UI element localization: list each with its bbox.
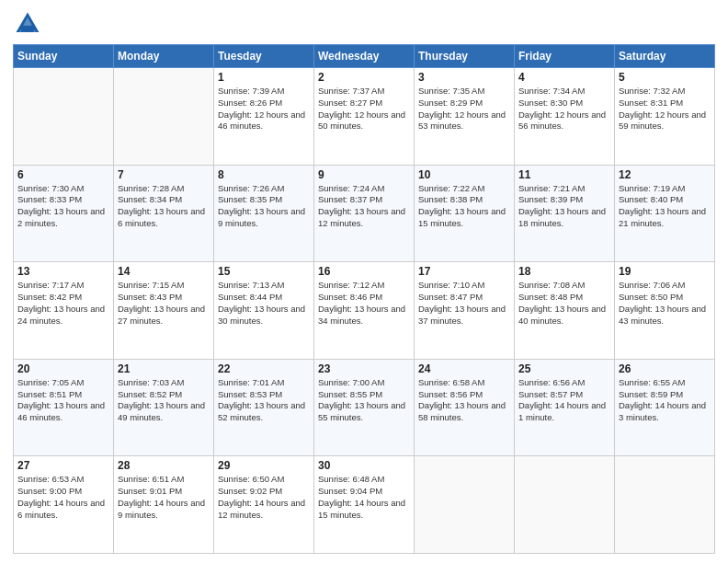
day-info: Sunrise: 6:56 AMSunset: 8:57 PMDaylight:… [518,377,610,424]
day-info: Sunrise: 7:03 AMSunset: 8:52 PMDaylight:… [118,377,210,424]
day-info: Sunrise: 6:50 AMSunset: 9:02 PMDaylight:… [218,474,310,521]
calendar-week-row: 6Sunrise: 7:30 AMSunset: 8:33 PMDaylight… [14,165,715,262]
day-info: Sunrise: 7:05 AMSunset: 8:51 PMDaylight:… [17,377,109,424]
calendar-cell: 13Sunrise: 7:17 AMSunset: 8:42 PMDayligh… [14,262,114,360]
day-info: Sunrise: 7:26 AMSunset: 8:35 PMDaylight:… [218,183,310,230]
header-monday: Monday [114,45,214,68]
day-number: 14 [118,265,210,278]
calendar-cell: 16Sunrise: 7:12 AMSunset: 8:46 PMDayligh… [314,262,415,360]
calendar-cell: 7Sunrise: 7:28 AMSunset: 8:34 PMDaylight… [114,165,214,262]
day-number: 30 [318,459,410,472]
day-info: Sunrise: 7:12 AMSunset: 8:46 PMDaylight:… [318,280,410,327]
day-number: 22 [218,362,310,375]
day-number: 1 [218,71,310,84]
day-number: 2 [318,71,410,84]
calendar-cell: 20Sunrise: 7:05 AMSunset: 8:51 PMDayligh… [14,359,114,456]
day-info: Sunrise: 7:21 AMSunset: 8:39 PMDaylight:… [518,183,610,230]
calendar-cell [415,456,515,554]
header-wednesday: Wednesday [314,45,415,68]
day-number: 21 [118,362,210,375]
day-number: 9 [318,168,410,181]
day-number: 17 [418,265,510,278]
calendar-cell: 2Sunrise: 7:37 AMSunset: 8:27 PMDaylight… [314,68,415,166]
day-info: Sunrise: 7:24 AMSunset: 8:37 PMDaylight:… [318,183,410,230]
day-info: Sunrise: 6:53 AMSunset: 9:00 PMDaylight:… [17,474,109,521]
day-info: Sunrise: 7:32 AMSunset: 8:31 PMDaylight:… [619,86,711,132]
weekday-header-row: Sunday Monday Tuesday Wednesday Thursday… [14,45,715,68]
calendar-cell: 27Sunrise: 6:53 AMSunset: 9:00 PMDayligh… [14,456,114,554]
day-info: Sunrise: 7:30 AMSunset: 8:33 PMDaylight:… [17,183,109,230]
calendar-cell [114,68,214,166]
day-info: Sunrise: 6:51 AMSunset: 9:01 PMDaylight:… [118,474,210,521]
day-info: Sunrise: 7:35 AMSunset: 8:29 PMDaylight:… [418,86,510,132]
day-number: 20 [17,362,109,375]
calendar-cell: 8Sunrise: 7:26 AMSunset: 8:35 PMDaylight… [214,165,314,262]
day-number: 8 [218,168,310,181]
day-number: 26 [619,362,711,375]
calendar-cell: 19Sunrise: 7:06 AMSunset: 8:50 PMDayligh… [615,262,715,360]
calendar-week-row: 13Sunrise: 7:17 AMSunset: 8:42 PMDayligh… [14,262,715,360]
calendar-cell: 26Sunrise: 6:55 AMSunset: 8:59 PMDayligh… [615,359,715,456]
day-info: Sunrise: 7:06 AMSunset: 8:50 PMDaylight:… [619,280,711,327]
calendar-cell: 22Sunrise: 7:01 AMSunset: 8:53 PMDayligh… [214,359,314,456]
day-number: 18 [518,265,610,278]
day-info: Sunrise: 7:39 AMSunset: 8:26 PMDaylight:… [218,86,310,132]
day-info: Sunrise: 6:55 AMSunset: 8:59 PMDaylight:… [619,377,711,424]
day-number: 7 [118,168,210,181]
calendar-cell: 30Sunrise: 6:48 AMSunset: 9:04 PMDayligh… [314,456,415,554]
calendar-cell: 14Sunrise: 7:15 AMSunset: 8:43 PMDayligh… [114,262,214,360]
day-info: Sunrise: 7:13 AMSunset: 8:44 PMDaylight:… [218,280,310,327]
day-number: 29 [218,459,310,472]
day-info: Sunrise: 6:48 AMSunset: 9:04 PMDaylight:… [318,474,410,521]
calendar-week-row: 27Sunrise: 6:53 AMSunset: 9:00 PMDayligh… [14,456,715,554]
header-friday: Friday [515,45,615,68]
day-number: 23 [318,362,410,375]
calendar-cell: 3Sunrise: 7:35 AMSunset: 8:29 PMDaylight… [415,68,515,166]
calendar-cell [515,456,615,554]
calendar-cell: 6Sunrise: 7:30 AMSunset: 8:33 PMDaylight… [14,165,114,262]
day-info: Sunrise: 7:01 AMSunset: 8:53 PMDaylight:… [218,377,310,424]
day-number: 10 [418,168,510,181]
header-thursday: Thursday [415,45,515,68]
day-info: Sunrise: 6:58 AMSunset: 8:56 PMDaylight:… [418,377,510,424]
calendar-cell: 24Sunrise: 6:58 AMSunset: 8:56 PMDayligh… [415,359,515,456]
calendar-cell: 29Sunrise: 6:50 AMSunset: 9:02 PMDayligh… [214,456,314,554]
calendar-cell: 23Sunrise: 7:00 AMSunset: 8:55 PMDayligh… [314,359,415,456]
calendar-cell: 10Sunrise: 7:22 AMSunset: 8:38 PMDayligh… [415,165,515,262]
day-number: 13 [17,265,109,278]
day-info: Sunrise: 7:10 AMSunset: 8:47 PMDaylight:… [418,280,510,327]
day-info: Sunrise: 7:37 AMSunset: 8:27 PMDaylight:… [318,86,410,132]
calendar-cell: 15Sunrise: 7:13 AMSunset: 8:44 PMDayligh… [214,262,314,360]
day-number: 16 [318,265,410,278]
day-number: 27 [17,459,109,472]
header [13,9,715,39]
calendar-cell: 18Sunrise: 7:08 AMSunset: 8:48 PMDayligh… [515,262,615,360]
day-info: Sunrise: 7:22 AMSunset: 8:38 PMDaylight:… [418,183,510,230]
calendar-cell: 1Sunrise: 7:39 AMSunset: 8:26 PMDaylight… [214,68,314,166]
calendar-cell: 5Sunrise: 7:32 AMSunset: 8:31 PMDaylight… [615,68,715,166]
calendar-cell: 12Sunrise: 7:19 AMSunset: 8:40 PMDayligh… [615,165,715,262]
logo [13,9,46,39]
day-number: 4 [518,71,610,84]
day-number: 6 [17,168,109,181]
calendar-cell: 28Sunrise: 6:51 AMSunset: 9:01 PMDayligh… [114,456,214,554]
day-info: Sunrise: 7:00 AMSunset: 8:55 PMDaylight:… [318,377,410,424]
day-number: 15 [218,265,310,278]
calendar-week-row: 1Sunrise: 7:39 AMSunset: 8:26 PMDaylight… [14,68,715,166]
day-number: 11 [518,168,610,181]
calendar-cell: 25Sunrise: 6:56 AMSunset: 8:57 PMDayligh… [515,359,615,456]
day-info: Sunrise: 7:08 AMSunset: 8:48 PMDaylight:… [518,280,610,327]
calendar-week-row: 20Sunrise: 7:05 AMSunset: 8:51 PMDayligh… [14,359,715,456]
day-info: Sunrise: 7:15 AMSunset: 8:43 PMDaylight:… [118,280,210,327]
calendar-table: Sunday Monday Tuesday Wednesday Thursday… [13,44,715,554]
day-number: 12 [619,168,711,181]
day-number: 5 [619,71,711,84]
calendar-cell: 11Sunrise: 7:21 AMSunset: 8:39 PMDayligh… [515,165,615,262]
logo-icon [13,9,42,39]
calendar-cell: 21Sunrise: 7:03 AMSunset: 8:52 PMDayligh… [114,359,214,456]
page: Sunday Monday Tuesday Wednesday Thursday… [0,0,728,563]
calendar-cell: 17Sunrise: 7:10 AMSunset: 8:47 PMDayligh… [415,262,515,360]
day-info: Sunrise: 7:17 AMSunset: 8:42 PMDaylight:… [17,280,109,327]
header-sunday: Sunday [14,45,114,68]
calendar-cell [14,68,114,166]
